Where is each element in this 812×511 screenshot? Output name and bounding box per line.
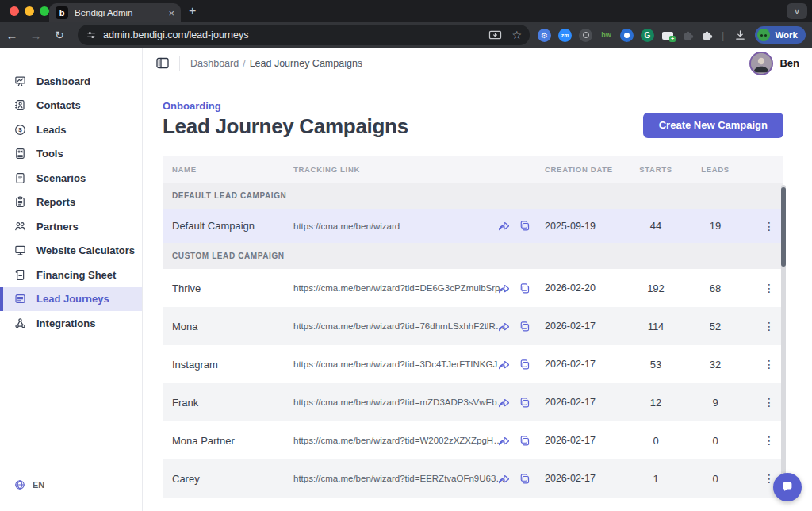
minimize-window-button[interactable] (25, 6, 34, 16)
table-scrollbar-track[interactable] (781, 185, 786, 501)
downloads-icon[interactable] (734, 29, 746, 41)
creation-date: 2026-02-20 (545, 282, 636, 294)
close-window-button[interactable] (10, 6, 19, 16)
share-link-icon[interactable] (497, 282, 511, 294)
sidebar-item-dashboard[interactable]: Dashboard (0, 69, 142, 94)
send-to-device-icon[interactable] (488, 29, 502, 41)
share-link-icon[interactable] (497, 321, 511, 332)
table-row[interactable]: Thrive https://cma.me/ben/wizard?tid=DE6… (163, 269, 783, 307)
share-link-icon[interactable] (497, 359, 511, 371)
language-label: EN (33, 480, 44, 490)
bookmark-star-icon[interactable]: ☆ (511, 29, 522, 41)
partners-people-icon (14, 221, 26, 232)
globe-icon (14, 479, 25, 490)
main-panel: Dashboard / Lead Journey Campaigns Ben O… (143, 48, 812, 511)
grammarly-extension-icon[interactable]: G (641, 29, 654, 42)
sidebar-item-reports[interactable]: Reports (0, 190, 142, 215)
extensions-puzzle-icon[interactable] (701, 29, 713, 41)
tracking-link: https://cma.me/ben/wizard?tid=76dhmLSxhh… (293, 321, 496, 331)
table-row[interactable]: Frank https://cma.me/ben/wizard?tid=mZD3… (163, 383, 783, 421)
sidebar-item-partners[interactable]: Partners (0, 214, 142, 239)
starts-count: 1 (636, 473, 676, 485)
share-link-icon[interactable] (497, 435, 511, 447)
row-menu-icon[interactable]: ⋮ (755, 282, 783, 294)
settings-extension-icon[interactable]: ⚙ (538, 29, 551, 42)
share-link-icon[interactable] (497, 397, 511, 409)
sidebar-item-website-calculators[interactable]: Website Calculators (0, 239, 142, 263)
sidebar-item-integrations[interactable]: Integrations (0, 311, 142, 336)
address-bar[interactable]: admin.bendigi.com/lead-journeys ☆ (78, 25, 530, 45)
tracking-link: https://cma.me/ben/wizard (293, 221, 496, 231)
list-icon (14, 293, 26, 305)
breadcrumb-current: Lead Journey Campaigns (250, 58, 362, 69)
extensions-row: ⚙ zm bw G | Work ⋮ (538, 26, 812, 44)
add-folder-extension-icon[interactable] (661, 29, 675, 42)
tab-search-chevron-icon[interactable]: ∨ (787, 3, 807, 19)
sidebar-item-lead-journeys[interactable]: Lead Journeys (0, 287, 142, 312)
section-header-default: DEFAULT LEAD CAMPAIGN (163, 182, 783, 209)
table-row[interactable]: Instagram https://cma.me/ben/wizard?tid=… (163, 345, 783, 383)
row-menu-icon[interactable]: ⋮ (755, 320, 783, 332)
table-scrollbar-thumb[interactable] (781, 187, 786, 267)
table-row[interactable]: Mona https://cma.me/ben/wizard?tid=76dhm… (163, 307, 783, 345)
row-menu-icon[interactable]: ⋮ (755, 358, 783, 371)
column-leads: LEADS (676, 165, 755, 174)
zoom-extension-icon[interactable]: zm (558, 29, 572, 42)
user-avatar[interactable] (749, 52, 773, 75)
sidebar-toggle-icon[interactable] (156, 57, 169, 69)
campaign-name: Instagram (163, 359, 293, 371)
starts-count: 192 (636, 282, 676, 294)
campaign-name: Frank (163, 397, 293, 409)
browser-profile-chip[interactable]: Work (755, 26, 806, 44)
sidebar-item-tools[interactable]: Tools (0, 142, 142, 167)
window-controls (10, 6, 49, 16)
copy-link-icon[interactable] (519, 282, 530, 294)
row-menu-icon[interactable]: ⋮ (755, 220, 783, 232)
camera-extension-icon[interactable] (579, 29, 592, 42)
sidebar-item-contacts[interactable]: Contacts (0, 94, 142, 118)
row-menu-icon[interactable]: ⋮ (755, 396, 783, 409)
sidebar-item-financing-sheet[interactable]: Financing Sheet (0, 263, 142, 287)
sidebar-item-leads[interactable]: $ Leads (0, 117, 142, 142)
reload-button[interactable]: ↻ (48, 29, 71, 41)
table-row[interactable]: Default Campaign https://cma.me/ben/wiza… (163, 209, 783, 243)
language-selector[interactable]: EN (14, 479, 44, 490)
clock-extension-icon[interactable] (620, 29, 634, 42)
copy-link-icon[interactable] (519, 435, 530, 447)
table-row[interactable]: Mona Partner https://cma.me/ben/wizard?t… (163, 421, 783, 459)
table-row[interactable]: Carey https://cma.me/ben/wizard?tid=EERZ… (163, 459, 783, 498)
copy-link-icon[interactable] (519, 359, 530, 371)
copy-link-icon[interactable] (519, 321, 530, 332)
maximize-window-button[interactable] (40, 6, 49, 16)
inactive-puzzle-icon[interactable] (682, 29, 694, 41)
site-settings-icon[interactable] (86, 29, 97, 40)
creation-date: 2026-02-17 (545, 359, 636, 370)
copy-link-icon[interactable] (519, 473, 530, 485)
user-name: Ben (779, 57, 799, 69)
leads-count: 9 (676, 397, 755, 409)
tracking-link: https://cma.me/ben/wizard?tid=DE6G3cPZmu… (293, 283, 496, 293)
chat-widget-button[interactable] (773, 473, 802, 501)
back-button[interactable]: ← (0, 29, 24, 42)
tab-close-icon[interactable]: × (168, 8, 174, 18)
tracking-link: https://cma.me/ben/wizard?tid=EERZtvaOFn… (293, 474, 496, 483)
create-campaign-button[interactable]: Create New Campaign (643, 113, 783, 138)
sidebar-item-scenarios[interactable]: Scenarios (0, 166, 142, 190)
share-link-icon[interactable] (497, 473, 511, 485)
app-header: Dashboard / Lead Journey Campaigns Ben (143, 48, 812, 79)
sidebar-item-label: Partners (36, 221, 79, 232)
sidebar-item-label: Scenarios (36, 172, 86, 184)
row-menu-icon[interactable]: ⋮ (755, 434, 783, 447)
leads-count: 19 (676, 220, 755, 232)
forward-button[interactable]: → (24, 29, 48, 42)
copy-link-icon[interactable] (519, 397, 530, 409)
bitwarden-extension-icon[interactable]: bw (599, 29, 613, 42)
column-tracking-link: TRACKING LINK (293, 165, 496, 174)
copy-link-icon[interactable] (519, 220, 530, 232)
column-creation-date: CREATION DATE (545, 165, 636, 174)
breadcrumb-dashboard[interactable]: Dashboard (190, 58, 239, 69)
sidebar-item-label: Leads (36, 124, 67, 136)
share-link-icon[interactable] (497, 220, 511, 232)
new-tab-button[interactable]: + (189, 5, 196, 17)
browser-tab[interactable]: b Bendigi Admin × (49, 3, 181, 22)
